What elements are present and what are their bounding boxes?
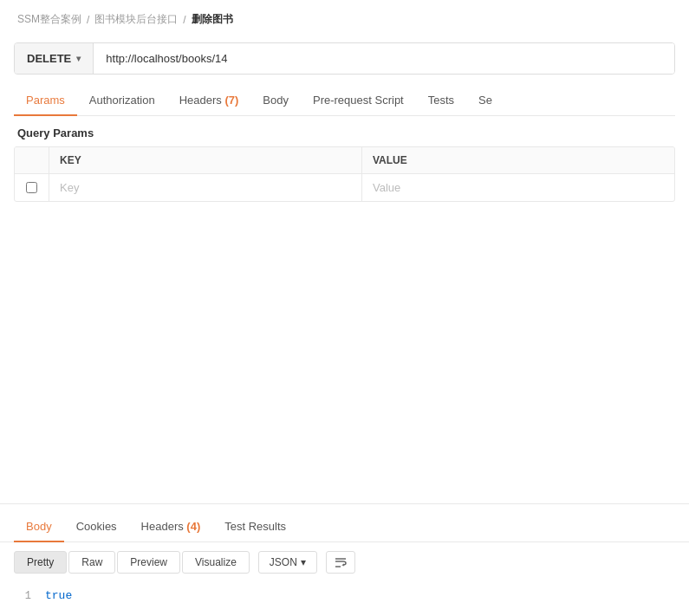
breadcrumb-part1[interactable]: SSM整合案例 — [17, 12, 81, 27]
params-table: KEY VALUE Key Value — [14, 146, 675, 202]
value-col-header: VALUE — [362, 147, 674, 173]
response-tab-body[interactable]: Body — [14, 511, 64, 541]
format-visualize-button[interactable]: Visualize — [182, 551, 250, 574]
query-params-title: Query Params — [0, 116, 689, 146]
row-check[interactable] — [15, 174, 49, 201]
page-container: SSM整合案例 / 图书模块后台接口 / 删除图书 DELETE ▾ Param… — [0, 0, 689, 616]
format-preview-button[interactable]: Preview — [117, 551, 180, 574]
tab-settings[interactable]: Se — [466, 85, 504, 115]
breadcrumb-current: 删除图书 — [192, 12, 233, 27]
json-type-chevron: ▾ — [301, 556, 306, 568]
key-col-header: KEY — [49, 147, 362, 173]
tab-params[interactable]: Params — [14, 85, 77, 115]
table-header: KEY VALUE — [15, 147, 674, 174]
tab-tests[interactable]: Tests — [416, 85, 466, 115]
request-tabs-bar: Params Authorization Headers (7) Body Pr… — [14, 85, 675, 116]
word-wrap-button[interactable] — [326, 551, 355, 574]
method-chevron: ▾ — [76, 54, 81, 63]
tab-prerequest[interactable]: Pre-request Script — [301, 85, 416, 115]
response-tabs-bar: Body Cookies Headers (4) Test Results — [0, 511, 689, 542]
main-content: SSM整合案例 / 图书模块后台接口 / 删除图书 DELETE ▾ Param… — [0, 0, 689, 392]
format-pretty-button[interactable]: Pretty — [14, 551, 67, 574]
breadcrumb-sep1: / — [87, 14, 89, 26]
url-bar: DELETE ▾ — [14, 42, 675, 75]
json-type-label: JSON — [270, 556, 297, 568]
response-tab-test-results[interactable]: Test Results — [212, 511, 298, 541]
code-line-1: 1 true — [14, 589, 675, 602]
tab-authorization[interactable]: Authorization — [77, 85, 167, 115]
breadcrumb-part2[interactable]: 图书模块后台接口 — [94, 12, 178, 27]
breadcrumb-sep2: / — [183, 14, 185, 26]
tab-headers[interactable]: Headers (7) — [167, 85, 251, 115]
code-output: 1 true — [0, 582, 689, 616]
format-bar: Pretty Raw Preview Visualize JSON ▾ — [0, 542, 689, 582]
table-row: Key Value — [15, 174, 674, 201]
value-placeholder: Value — [373, 181, 400, 194]
tab-body[interactable]: Body — [250, 85, 301, 115]
method-label: DELETE — [27, 52, 71, 65]
breadcrumb: SSM整合案例 / 图书模块后台接口 / 删除图书 — [0, 0, 689, 36]
response-section: Body Cookies Headers (4) Test Results Pr… — [0, 503, 689, 616]
method-select[interactable]: DELETE ▾ — [15, 43, 94, 74]
check-col-header — [15, 147, 49, 173]
key-placeholder: Key — [60, 181, 79, 194]
code-value-true: true — [45, 589, 72, 602]
row-key-cell[interactable]: Key — [49, 174, 362, 201]
response-tab-cookies[interactable]: Cookies — [64, 511, 129, 541]
response-tab-headers[interactable]: Headers (4) — [129, 511, 213, 541]
word-wrap-icon — [334, 555, 348, 569]
row-checkbox[interactable] — [26, 182, 37, 193]
json-type-select[interactable]: JSON ▾ — [258, 551, 317, 574]
url-input[interactable] — [94, 43, 674, 74]
row-value-cell[interactable]: Value — [362, 174, 674, 201]
line-number-1: 1 — [14, 590, 31, 602]
format-raw-button[interactable]: Raw — [68, 551, 115, 574]
